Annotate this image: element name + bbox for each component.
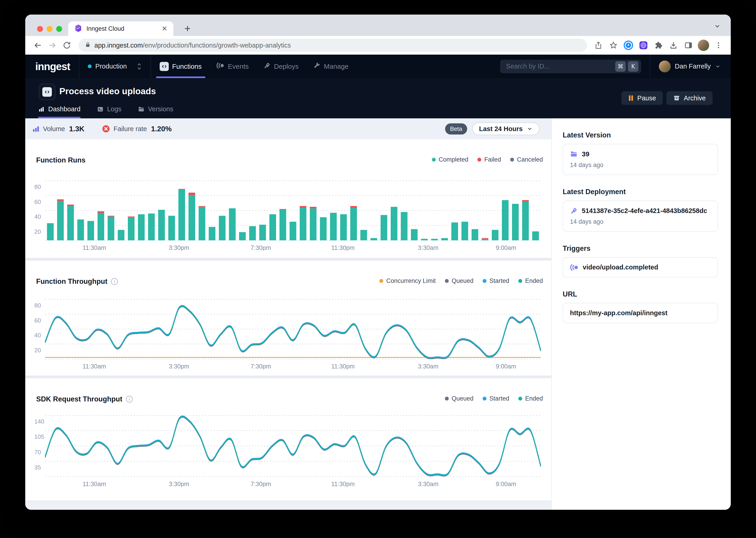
latest-deployment-card[interactable]: 5141387e-35c2-4efe-a421-4843b86258dc 14 … — [563, 200, 718, 232]
svg-text:9:00am: 9:00am — [496, 481, 516, 487]
svg-text:20: 20 — [34, 347, 41, 354]
legend-dot — [477, 158, 481, 162]
time-range-select[interactable]: Last 24 Hours — [472, 123, 540, 135]
functions-icon — [160, 62, 169, 71]
url-heading: URL — [563, 290, 718, 298]
user-menu[interactable]: Dan Farrelly — [659, 61, 731, 72]
legend-item: Queued — [445, 277, 474, 285]
latest-version-ago: 14 days ago — [570, 162, 711, 169]
browser-menu-icon[interactable] — [712, 39, 725, 52]
latest-deployment-heading: Latest Deployment — [563, 188, 718, 196]
legend-dot — [518, 279, 522, 283]
browser-tabstrip: Inngest Cloud ✕ + — [25, 15, 731, 36]
terminal-icon — [97, 106, 104, 113]
folder-icon — [570, 150, 578, 158]
next-panel-edge — [25, 501, 551, 510]
legend-dot — [379, 279, 383, 283]
lock-icon — [85, 42, 91, 49]
inngest-logo[interactable]: inngest — [35, 60, 70, 73]
svg-text:3:30am: 3:30am — [418, 481, 439, 487]
search-box[interactable]: ⌘ K — [500, 60, 641, 73]
volume-label: Volume — [43, 125, 65, 133]
forward-icon[interactable] — [46, 39, 59, 52]
tab-close-icon[interactable]: ✕ — [162, 25, 167, 32]
legend-dot — [445, 397, 449, 401]
nav-item-events[interactable]: Events — [216, 55, 249, 78]
tab-label: Versions — [148, 105, 173, 113]
tab-search-chevron-icon[interactable] — [714, 23, 721, 30]
pause-icon — [628, 95, 634, 101]
stats-bar: Volume 1.3K Failure rate 1.20% Beta Last… — [25, 118, 551, 139]
browser-tab[interactable]: Inngest Cloud ✕ — [68, 22, 173, 36]
code-icon — [42, 87, 52, 97]
latest-deployment-ago: 14 days ago — [570, 218, 711, 225]
nav-item-deploys[interactable]: Deploys — [263, 55, 299, 78]
legend-dot — [510, 158, 514, 162]
password-manager-extension-icon[interactable] — [622, 39, 635, 52]
volume-bars-icon — [32, 125, 40, 133]
address-bar[interactable]: app.inngest.com/env/production/functions… — [78, 39, 587, 52]
url-text: app.inngest.com/env/production/functions… — [94, 42, 291, 49]
svg-text:40: 40 — [34, 213, 41, 220]
tab-dashboard[interactable]: Dashboard — [38, 105, 80, 118]
page-header: Process video uploads Dashboard Logs Ver… — [25, 78, 731, 118]
svg-text:3:30am: 3:30am — [418, 244, 439, 251]
nav-item-functions[interactable]: Functions — [160, 55, 202, 78]
svg-text:140: 140 — [34, 418, 44, 425]
svg-text:60: 60 — [34, 317, 41, 324]
svg-text:3:30pm: 3:30pm — [169, 244, 189, 251]
dashboard-icon — [38, 106, 45, 113]
details-sidebar: Latest Version 39 14 days ago Latest Dep… — [551, 118, 731, 510]
function-icon-box — [39, 84, 55, 100]
legend-dot — [483, 397, 487, 401]
purple-extension-icon[interactable] — [637, 39, 650, 52]
nav-item-label: Functions — [172, 63, 202, 70]
browser-profile-avatar[interactable] — [697, 39, 710, 52]
function-throughput-chart: 2040608011:30am3:30pm7:30pm11:30pm3:30am… — [33, 292, 543, 369]
trigger-card: video/upload.completed — [563, 257, 718, 277]
tab-versions[interactable]: Versions — [138, 105, 173, 118]
svg-text:11:30am: 11:30am — [82, 244, 106, 251]
panel-divider — [25, 258, 551, 261]
info-icon[interactable]: i — [111, 278, 118, 285]
svg-text:11:30pm: 11:30pm — [331, 481, 354, 487]
share-icon[interactable] — [592, 39, 605, 52]
downloads-icon[interactable] — [667, 39, 680, 52]
zoom-window-button[interactable] — [56, 26, 62, 32]
chart-legend: CompletedFailedCanceled — [432, 156, 543, 163]
back-icon[interactable] — [31, 39, 44, 52]
search-input[interactable] — [505, 62, 613, 70]
side-panel-icon[interactable] — [682, 39, 695, 52]
minimize-window-button[interactable] — [47, 26, 53, 32]
function-runs-panel: Function Runs CompletedFailedCanceled 20… — [25, 139, 551, 258]
bookmark-star-icon[interactable] — [607, 39, 620, 52]
close-window-button[interactable] — [37, 26, 43, 32]
svg-text:105: 105 — [34, 433, 44, 440]
archive-button[interactable]: Archive — [666, 91, 713, 105]
nav-item-manage[interactable]: Manage — [313, 55, 349, 78]
content: Volume 1.3K Failure rate 1.20% Beta Last… — [25, 118, 731, 510]
page-tabs: Dashboard Logs Versions — [38, 105, 173, 118]
header-actions: Pause Archive — [621, 91, 713, 105]
info-icon[interactable]: i — [126, 396, 133, 403]
url-path: /env/production/functions/growth-webapp-… — [143, 42, 291, 49]
svg-text:9:00am: 9:00am — [496, 363, 516, 369]
environment-chevrons-icon — [136, 63, 142, 70]
pause-button[interactable]: Pause — [621, 91, 663, 105]
new-tab-button[interactable]: + — [184, 22, 191, 34]
svg-text:9:00am: 9:00am — [496, 244, 516, 251]
panel-divider — [25, 376, 551, 378]
url-host: app.inngest.com — [94, 42, 143, 49]
main-column: Volume 1.3K Failure rate 1.20% Beta Last… — [25, 118, 551, 510]
tab-logs[interactable]: Logs — [97, 105, 121, 118]
svg-text:80: 80 — [34, 302, 41, 309]
reload-icon[interactable] — [60, 39, 73, 52]
environment-status-dot — [88, 64, 92, 68]
legend-item: Queued — [445, 395, 474, 402]
environment-switcher[interactable]: Production — [88, 63, 142, 70]
chevron-down-icon — [715, 64, 721, 70]
svg-text:35: 35 — [34, 464, 41, 471]
latest-deployment-value: 5141387e-35c2-4efe-a421-4843b86258dc — [582, 207, 707, 215]
extensions-puzzle-icon[interactable] — [652, 39, 665, 52]
archive-icon — [673, 95, 680, 101]
